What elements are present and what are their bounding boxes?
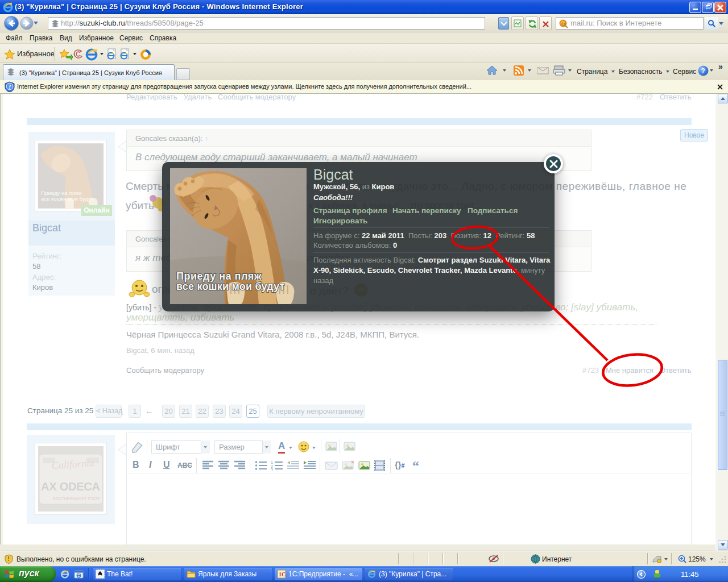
svg-text:все кошки мои будут: все кошки мои будут (41, 196, 93, 202)
svg-text:1: 1 (271, 460, 273, 464)
svg-text:1С: 1С (279, 571, 286, 577)
svg-text:?: ? (9, 84, 11, 90)
svg-text:3: 3 (271, 468, 273, 471)
svg-text:!: ! (8, 556, 10, 562)
svg-text:все кошки мои будут: все кошки мои будут (176, 281, 285, 292)
svg-text:SOUTHERNMOST STATE: SOUTHERNMOST STATE (53, 497, 100, 501)
svg-text:AX ODECA: AX ODECA (41, 480, 100, 493)
svg-text:Приеду на пляж: Приеду на пляж (176, 271, 262, 282)
svg-text:?: ? (701, 67, 705, 75)
